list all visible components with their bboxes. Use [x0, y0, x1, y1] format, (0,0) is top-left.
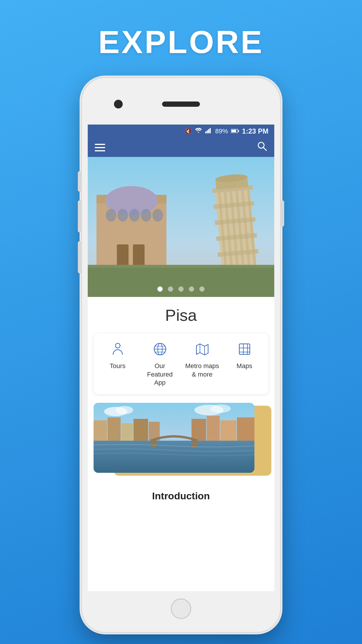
front-camera [114, 100, 123, 108]
svg-rect-59 [207, 416, 220, 441]
carousel-dot-4[interactable] [189, 286, 194, 292]
pisa-scene-svg [88, 157, 274, 297]
status-bar: 🔇 [88, 125, 274, 138]
svg-point-18 [117, 209, 128, 222]
metro-label: Metro maps & more [183, 362, 221, 379]
svg-rect-37 [88, 268, 274, 297]
intro-section: Introduction [94, 490, 268, 502]
card-main[interactable] [94, 403, 254, 473]
action-maps[interactable]: Maps [226, 340, 263, 387]
phone-mockup: 🔇 [82, 78, 280, 632]
svg-rect-5 [231, 130, 236, 132]
app-header [88, 138, 274, 157]
signal-icon [205, 127, 212, 135]
content-area: Pisa Tours [88, 297, 274, 591]
carousel-dot-5[interactable] [199, 286, 205, 292]
battery-icon [231, 127, 239, 135]
intro-title: Introduction [96, 490, 266, 502]
phone-volume-down-button [78, 241, 82, 273]
svg-rect-14 [105, 201, 158, 204]
explore-title: EXPLORE [98, 23, 264, 60]
action-featured[interactable]: Our Featured App [141, 340, 179, 387]
city-name: Pisa [94, 306, 268, 325]
hamburger-menu-icon[interactable] [95, 144, 105, 151]
carousel-dots [88, 286, 274, 292]
home-button[interactable] [171, 598, 191, 619]
svg-rect-46 [239, 344, 250, 354]
svg-point-20 [141, 209, 151, 222]
time-display: 1:23 PM [242, 127, 268, 135]
maps-label: Maps [237, 362, 252, 370]
metro-icon [194, 340, 211, 358]
svg-point-67 [210, 405, 231, 413]
status-icons: 🔇 [184, 127, 268, 135]
svg-point-21 [152, 209, 163, 222]
phone-screen-area: 🔇 [88, 84, 274, 626]
svg-rect-15 [117, 244, 129, 268]
svg-rect-62 [151, 439, 157, 448]
svg-rect-1 [207, 130, 208, 133]
svg-rect-6 [238, 130, 239, 132]
svg-rect-54 [108, 417, 121, 441]
svg-rect-60 [220, 420, 236, 441]
maps-icon [236, 340, 253, 358]
phone-power-button [280, 200, 284, 227]
svg-rect-0 [205, 132, 206, 133]
action-tours[interactable]: Tours [99, 340, 137, 387]
svg-rect-58 [191, 419, 206, 441]
tours-icon [109, 340, 126, 358]
svg-rect-53 [94, 420, 107, 441]
hero-image [88, 157, 274, 297]
carousel-dot-1[interactable] [157, 286, 163, 292]
svg-point-38 [115, 343, 120, 348]
action-metro[interactable]: Metro maps & more [183, 340, 221, 387]
svg-rect-52 [94, 441, 254, 473]
battery-percentage: 89% [215, 127, 228, 135]
featured-icon [151, 340, 169, 358]
carousel-dot-2[interactable] [168, 286, 173, 292]
tours-label: Tours [110, 362, 126, 370]
phone-top-bezel [88, 84, 274, 125]
phone-screen: 🔇 [88, 125, 274, 591]
quick-actions-panel: Tours Our Fea [94, 333, 268, 394]
river-scene-svg [94, 403, 254, 473]
svg-rect-2 [208, 129, 209, 133]
mute-icon: 🔇 [184, 128, 192, 135]
phone-volume-up-button [78, 200, 82, 232]
phone-mute-button [78, 171, 82, 192]
svg-point-17 [106, 209, 116, 222]
svg-point-19 [129, 209, 140, 222]
svg-rect-3 [210, 128, 211, 133]
svg-point-65 [116, 406, 133, 414]
earpiece-speaker [162, 102, 200, 107]
svg-line-8 [263, 147, 266, 150]
search-button[interactable] [257, 141, 267, 154]
svg-rect-16 [133, 244, 145, 268]
phone-bottom-bezel [88, 591, 274, 626]
card-section [94, 403, 268, 484]
svg-rect-56 [133, 419, 148, 441]
wifi-icon [195, 127, 202, 135]
svg-rect-61 [237, 417, 254, 441]
featured-label: Our Featured App [141, 362, 179, 387]
svg-rect-55 [121, 423, 133, 441]
carousel-dot-3[interactable] [178, 286, 184, 292]
